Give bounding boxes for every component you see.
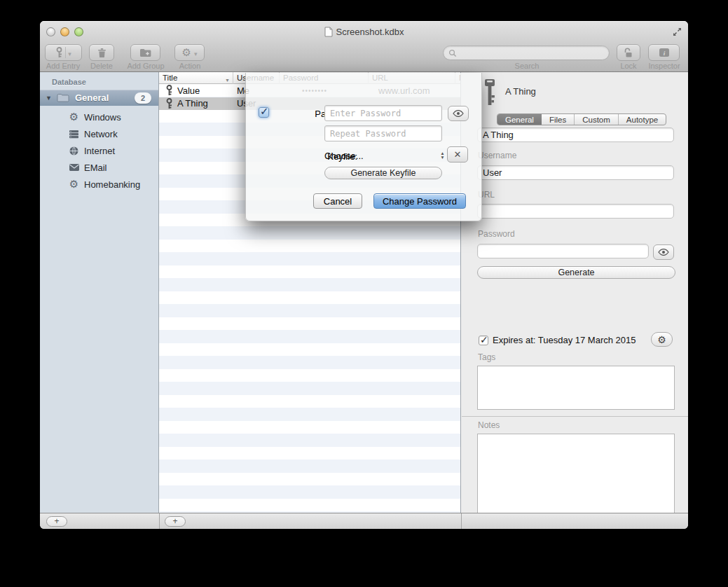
sidebar-item-label: Homebanking (84, 179, 140, 190)
toolbar: Add Entry Delete Add Group (40, 42, 688, 72)
expires-checkbox[interactable] (479, 336, 488, 345)
clear-keyfile-button[interactable]: ✕ (447, 146, 468, 163)
globe-icon (68, 145, 80, 157)
keyfile-value: Choose... (324, 151, 364, 161)
tab-custom[interactable]: Custom (575, 114, 619, 125)
generate-label: Generate (558, 268, 594, 277)
chevron-down-icon (68, 46, 71, 59)
delete-button[interactable] (89, 44, 114, 61)
add-entry-button[interactable] (45, 44, 82, 61)
close-icon: ✕ (454, 149, 462, 160)
notes-label: Notes (478, 420, 500, 430)
search-label: Search (502, 62, 551, 70)
cancel-button[interactable]: Cancel (313, 193, 362, 209)
keyfile-popup[interactable]: Choose... (324, 149, 444, 163)
info-icon: i (658, 48, 671, 57)
document-icon (324, 27, 333, 37)
sidebar: Database ▼ General 2 ⚙ Windows Network (40, 72, 159, 513)
password-label: Password (478, 229, 515, 239)
sidebar-item-label: Network (84, 129, 118, 139)
sidebar-group-general[interactable]: ▼ General 2 (40, 90, 158, 106)
password-input[interactable] (324, 105, 442, 121)
tab-files[interactable]: Files (542, 114, 575, 125)
key-icon (165, 98, 173, 109)
title-field[interactable] (477, 127, 674, 142)
gear-icon: ⚙ (657, 334, 666, 345)
inspector-button[interactable]: i (648, 44, 680, 61)
inspector-label: Inspector (643, 62, 686, 70)
expires-label: Expires at: Tuesday 17 March 2015 (493, 335, 636, 345)
repeat-input[interactable] (324, 125, 442, 141)
divider (461, 513, 462, 529)
window-chrome: Screenshot.kdbx Add Entry (40, 21, 688, 72)
gear-icon: ⚙ (68, 111, 80, 123)
folder-plus-icon (139, 48, 151, 57)
change-password-sheet: Password: Repeat: Keyfile: Choose... ▲▼ … (245, 73, 482, 221)
desktop-background: Screenshot.kdbx Add Entry (0, 0, 728, 587)
inspector-tabs: General Files Custom Autotype (497, 113, 666, 125)
tab-autotype[interactable]: Autotype (619, 114, 666, 125)
key-icon (482, 78, 497, 106)
generate-keyfile-button[interactable]: Generate Keyfile (324, 167, 442, 179)
sidebar-item-network[interactable]: Network (40, 126, 158, 141)
app-window: Screenshot.kdbx Add Entry (40, 21, 688, 529)
stepper-icon[interactable]: ▲▼ (439, 148, 446, 163)
bottom-bar: + + (40, 513, 688, 529)
sidebar-item-label: Internet (84, 146, 115, 156)
sidebar-item-windows[interactable]: ⚙ Windows (40, 109, 158, 125)
divider (159, 513, 160, 529)
expires-options-button[interactable]: ⚙ (651, 332, 673, 347)
url-field[interactable] (477, 204, 674, 219)
chevron-down-icon (194, 46, 198, 59)
entry-title: A Thing (177, 98, 208, 109)
action-label: Action (172, 62, 207, 70)
inspector-panel: A Thing General Files Custom Autotype Us… (462, 72, 688, 513)
disclosure-triangle-icon[interactable]: ▼ (46, 95, 52, 102)
column-header-title[interactable]: Title (159, 72, 233, 84)
password-field[interactable] (477, 244, 649, 258)
key-icon (55, 47, 63, 58)
inspector-entry-title: A Thing (505, 86, 536, 97)
tab-general[interactable]: General (497, 114, 542, 125)
tags-field[interactable] (477, 366, 675, 410)
search-icon (448, 49, 457, 57)
key-icon (165, 85, 173, 96)
username-field[interactable] (477, 165, 674, 180)
unlock-icon (624, 48, 633, 58)
sidebar-item-label: Windows (84, 112, 121, 123)
sidebar-item-label: EMail (84, 163, 107, 173)
tags-label: Tags (478, 352, 495, 362)
action-button[interactable]: ⚙ (174, 44, 205, 61)
gear-icon: ⚙ (68, 179, 80, 191)
window-title: Screenshot.kdbx (336, 27, 404, 37)
group-count-badge: 2 (135, 92, 151, 104)
mail-icon (68, 162, 80, 174)
sidebar-section-header: Database (52, 78, 86, 86)
reveal-password-button[interactable] (653, 244, 674, 260)
lock-label: Lock (611, 62, 646, 70)
add-group-button[interactable] (130, 44, 160, 61)
lock-button[interactable] (617, 44, 640, 61)
sidebar-group-label: General (75, 92, 109, 103)
sidebar-item-email[interactable]: EMail (40, 160, 158, 175)
eye-icon (453, 110, 464, 117)
sidebar-item-internet[interactable]: Internet (40, 143, 158, 158)
generate-password-button[interactable]: Generate (477, 266, 675, 279)
titlebar[interactable]: Screenshot.kdbx (40, 21, 688, 42)
divider (462, 416, 688, 417)
gear-icon: ⚙ (182, 46, 191, 59)
divider (65, 47, 66, 58)
folder-icon (52, 93, 69, 102)
fullscreen-icon[interactable] (672, 27, 682, 37)
generate-keyfile-label: Generate Keyfile (350, 168, 415, 178)
change-password-button[interactable]: Change Password (373, 193, 466, 209)
sidebar-item-homebanking[interactable]: ⚙ Homebanking (40, 177, 158, 192)
delete-label: Delete (78, 62, 125, 70)
reveal-password-button[interactable] (448, 106, 469, 121)
add-entry-footer-button[interactable]: + (165, 516, 186, 527)
network-icon (68, 128, 80, 140)
add-group-label: Add Group (122, 62, 170, 70)
change-password-label: Change Password (383, 196, 457, 207)
add-group-footer-button[interactable]: + (46, 516, 67, 527)
search-input[interactable] (443, 46, 610, 60)
